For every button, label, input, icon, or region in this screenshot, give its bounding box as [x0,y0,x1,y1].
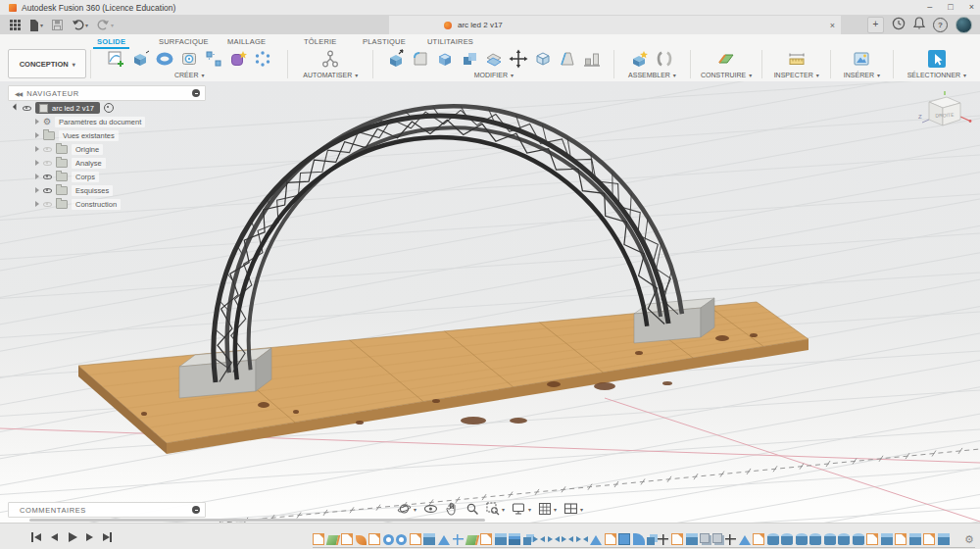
draft-icon[interactable] [557,48,578,70]
panel-options-icon[interactable] [192,89,200,97]
visibility-eye-icon[interactable] [43,145,52,154]
timeline-sketch-icon[interactable] [866,533,878,545]
visibility-eye-icon[interactable] [23,104,31,113]
minimize-button[interactable]: – [927,0,932,15]
navigator-item-label[interactable]: Corps [72,172,99,182]
fillet-icon[interactable] [410,48,431,70]
display-settings-icon[interactable]: ▾ [512,502,531,516]
timeline-cyl-icon[interactable] [767,533,779,545]
visibility-eye-icon[interactable] [43,186,52,195]
timeline-fillet-icon[interactable] [633,533,645,545]
group-label-automatiser[interactable]: AUTOMATISER ▾ [292,72,368,78]
visibility-eye-icon[interactable] [43,200,52,209]
expand-arrow-icon[interactable] [35,146,39,152]
visibility-eye-icon[interactable] [43,173,52,181]
file-menu-caret[interactable]: ▾ [40,22,43,28]
play-button[interactable] [67,532,76,542]
timeline-cyl-icon[interactable] [838,533,850,545]
timeline-revolve-icon[interactable] [383,534,394,545]
step-back-button[interactable] [49,532,59,542]
redo-icon[interactable]: ▾ [97,20,114,30]
step-forward-button[interactable] [84,532,94,542]
view-cube[interactable]: Z DROITE [915,87,974,138]
move-icon[interactable] [508,48,529,70]
create-form-icon[interactable] [227,48,249,70]
navigator-item-label[interactable]: Construction [72,199,121,210]
timeline-gear-icon[interactable]: ⚙ [963,533,975,545]
align-icon[interactable] [581,48,603,70]
navigator-item-param-tres-du-document[interactable]: ⚙Paramètres du document [14,115,145,128]
timeline-zoom-strip[interactable] [29,519,485,522]
navigator-panel-header[interactable]: ◀◀ NAVIGATEUR [8,85,206,101]
zoom-window-icon[interactable]: ▾ [486,502,505,516]
viewports-icon[interactable]: ▾ [564,502,583,516]
tab-plastique[interactable]: PLASTIQUE [359,36,410,47]
timeline-sketch-icon[interactable] [895,533,906,545]
revolve-icon[interactable] [154,48,175,70]
timeline-sketch-icon[interactable] [605,533,616,545]
timeline-pattern-icon[interactable] [452,533,464,545]
comments-panel-header[interactable]: COMMENTAIRES [8,502,206,518]
group-label-selectionner[interactable]: SÉLECTIONNER ▾ [898,72,976,78]
measure-icon[interactable] [786,48,808,70]
create-sketch-icon[interactable] [105,48,126,70]
timeline-copy-icon[interactable] [712,533,722,543]
timeline-move-icon[interactable] [724,533,736,545]
pattern-icon[interactable] [203,48,224,70]
shell-icon[interactable] [434,48,456,70]
data-panel-icon[interactable] [10,20,21,30]
timeline-extrude-icon[interactable] [495,533,507,545]
timeline-revolve-icon[interactable] [396,534,407,545]
timeline-joint-icon[interactable] [562,533,573,545]
tab-utilitaires[interactable]: UTILITAIRES [423,36,477,47]
timeline-extrude-icon[interactable] [909,533,921,545]
timeline-box-icon[interactable] [618,533,630,545]
expand-arrow-icon[interactable] [35,201,39,207]
timeline-sketch-icon[interactable] [671,533,683,545]
navigator-item-origine[interactable]: Origine [14,142,145,156]
document-tab[interactable]: arc led 2 v17 × [389,16,841,34]
timeline-loft-icon[interactable] [438,535,450,545]
navigator-root-row[interactable]: arc led 2 v17 [14,101,145,115]
tab-surfacique[interactable]: SURFACIQUE [155,36,213,47]
expand-arrow-icon[interactable] [35,132,39,138]
extrude-icon[interactable] [129,48,151,70]
new-tab-button[interactable]: + [867,17,884,33]
visibility-eye-icon[interactable] [43,159,52,168]
timeline-cyl-icon[interactable] [853,533,864,545]
navigator-item-label[interactable]: Origine [72,144,103,155]
timeline-joint-icon[interactable] [533,533,545,545]
navigator-item-label[interactable]: Vues existantes [59,130,119,141]
expand-arrow-icon[interactable] [35,119,39,125]
expand-arrow-icon[interactable] [35,174,39,179]
notifications-bell-icon[interactable] [913,17,925,34]
activate-component-radio[interactable] [104,103,114,113]
undo-icon[interactable]: ▾ [72,20,88,30]
collapse-panel-icon[interactable]: ◀◀ [15,90,22,97]
timeline-form-icon[interactable] [356,535,367,545]
offset-face-icon[interactable] [483,48,505,70]
group-label-inserer[interactable]: INSÉRER ▾ [835,72,889,78]
joint-icon[interactable] [654,48,675,70]
timeline-cyl-icon[interactable] [824,533,836,545]
save-icon[interactable] [52,20,63,30]
look-at-icon[interactable] [423,502,438,516]
timeline-cyl-icon[interactable] [809,533,821,545]
timeline-combine-icon[interactable] [647,537,655,545]
expand-arrow-icon[interactable] [35,160,39,166]
timeline-sketch-icon[interactable] [923,533,935,545]
undo-caret[interactable]: ▾ [85,22,88,28]
panel-options-icon[interactable] [192,506,200,514]
timeline-extrude-icon[interactable] [881,533,893,545]
scene-canvas[interactable] [0,81,980,523]
point-cloud-icon[interactable] [252,48,273,70]
navigator-item-label[interactable]: Paramètres du document [55,117,145,127]
navigator-item-construction[interactable]: Construction [14,197,145,211]
conception-workspace-button[interactable]: CONCEPTION ▾ [8,49,86,78]
tab-tolerie[interactable]: TÔLERIE [300,36,341,47]
timeline-extrude-icon[interactable] [423,533,435,545]
navigator-item-label[interactable]: Esquisses [72,185,113,196]
pan-icon[interactable] [445,502,459,516]
timeline-plane-icon[interactable] [465,535,478,545]
navigator-item-corps[interactable]: Corps [14,170,145,183]
